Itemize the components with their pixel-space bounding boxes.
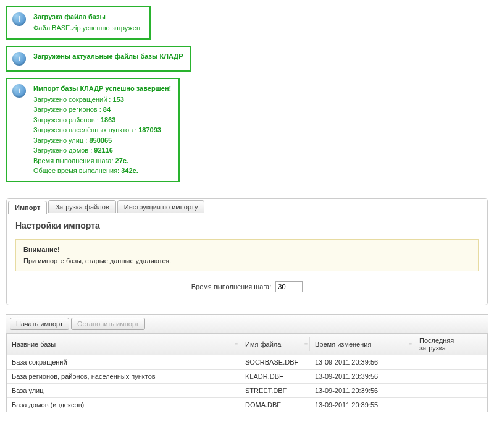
notice-line: Загружено сокращений : 153 [33,95,171,105]
notice-line: Загружено домов : 92116 [33,145,171,156]
col-file[interactable]: Имя файла≡ [240,337,310,351]
col-mtime[interactable]: Время изменения≡ [310,337,414,351]
notice-line: Файл BASE.zip успешно загружен. [33,23,142,33]
table-row[interactable]: База улиц STREET.DBF 13-09-2011 20:39:56 [7,384,487,398]
stop-import-button[interactable]: Остановить импорт [71,318,145,330]
tab-instructions[interactable]: Инструкция по импорту [117,200,205,213]
tab-strip: Импорт Загрузка файлов Инструкция по имп… [7,199,487,213]
notice-line: Загружено районов : 1863 [33,115,171,125]
info-icon: i [12,52,26,66]
step-time-label: Время выполнения шага: [191,283,271,290]
notice-import-done: i Импорт базы КЛАДР успешно завершен! За… [6,78,180,182]
table-row[interactable]: База регионов, районов, населённых пункт… [7,370,487,384]
info-icon: i [12,12,26,26]
sort-icon: ≡ [235,341,237,347]
action-toolbar: Начать импорт Остановить импорт [6,314,488,334]
col-name[interactable]: Назвние базы≡ [7,337,240,351]
grid-header: Назвние базы≡ Имя файла≡ Время изменения… [7,334,487,355]
notice-title: Импорт базы КЛАДР успешно завершен! [33,85,171,92]
notice-files: i Загружены актуальные файлы базы КЛАДР [6,46,191,72]
alert-body: При импорте базы, старые данные удаляютс… [23,257,471,264]
col-last[interactable]: Последняя загрузка [414,334,487,355]
notice-line: Общее время выполнения: 342с. [33,166,171,176]
notice-line: Загружено населённых пунктов : 187093 [33,125,171,135]
tab-upload[interactable]: Загрузка файлов [48,200,115,213]
sort-icon: ≡ [409,341,411,347]
notice-line: Время выполнения шага: 27с. [33,156,171,166]
bases-grid: Назвние базы≡ Имя файла≡ Время изменения… [6,334,488,412]
warning-alert: Внимание! При импорте базы, старые данны… [15,239,479,271]
alert-title: Внимание! [23,246,471,253]
table-row[interactable]: База домов (индексов) DOMA.DBF 13-09-201… [7,398,487,412]
notice-upload: i Загрузка файла базы Файл BASE.zip успе… [6,6,151,40]
sort-icon: ≡ [304,341,307,347]
step-time-input[interactable] [275,281,303,292]
panel-heading: Настройки импорта [15,221,479,230]
notice-title: Загружены актуальные файлы базы КЛАДР [33,53,183,60]
table-row[interactable]: База сокращений SOCRBASE.DBF 13-09-2011 … [7,355,487,370]
info-icon: i [12,84,26,98]
start-import-button[interactable]: Начать импорт [10,318,69,330]
import-panel: Импорт Загрузка файлов Инструкция по имп… [6,198,488,305]
notice-line: Загружено улиц : 850065 [33,135,171,146]
notice-line: Загружено регионов : 84 [33,104,171,115]
notice-title: Загрузка файла базы [33,13,142,20]
tab-import[interactable]: Импорт [8,201,47,214]
